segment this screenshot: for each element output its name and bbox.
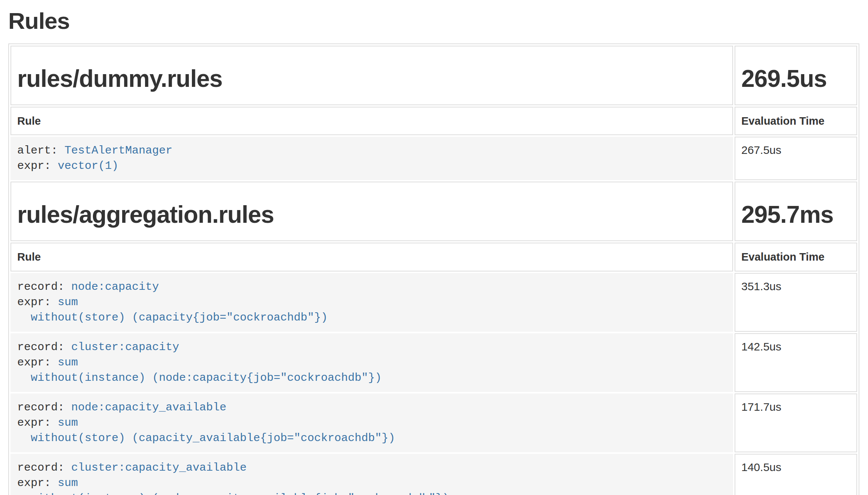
rule-eval-time-cell: 351.3us — [735, 273, 857, 332]
rule-eval-time-cell: 142.5us — [735, 333, 857, 392]
rule-code-cell: record: cluster:capacity_availableexpr: … — [10, 454, 733, 495]
rule-group-header-row: rules/aggregation.rules295.7ms — [10, 182, 857, 241]
rule-column-header: Rule — [10, 243, 733, 271]
rule-expression-link[interactable]: without(instance) (node:capacity_availab… — [17, 492, 449, 495]
rule-eval-time: 140.5us — [741, 461, 781, 473]
eval-time-column-header: Evaluation Time — [735, 243, 857, 271]
rule-code-line: alert: TestAlertManager — [17, 143, 726, 158]
rule-eval-time-cell: 267.5us — [735, 137, 857, 180]
rule-expression-link[interactable]: cluster:capacity — [71, 341, 179, 353]
rule-code-line: without(store) (capacity{job="cockroachd… — [17, 310, 726, 325]
rule-code-line: without(instance) (node:capacity_availab… — [17, 491, 726, 495]
rule-expression-link[interactable]: TestAlertManager — [64, 144, 172, 157]
rule-group-total-eval-time-cell: 295.7ms — [735, 182, 857, 241]
rule-keyword-label: expr: — [17, 160, 58, 172]
rule-keyword-label: expr: — [17, 356, 58, 369]
rule-expression-link[interactable]: without(store) (capacity_available{job="… — [17, 432, 395, 444]
rule-code-line: expr: sum — [17, 415, 726, 431]
rules-table-body: rules/dummy.rules269.5usRuleEvaluation T… — [10, 46, 857, 495]
rule-keyword-label: alert: — [17, 144, 64, 157]
rule-expression-link[interactable]: cluster:capacity_available — [71, 461, 247, 474]
rule-group-header-row: rules/dummy.rules269.5us — [10, 46, 857, 105]
rule-column-header: Rule — [10, 107, 733, 135]
rules-page: Rules rules/dummy.rules269.5usRuleEvalua… — [0, 8, 868, 495]
rule-code-cell: record: node:capacityexpr: sum without(s… — [10, 273, 733, 332]
rule-code-cell: record: node:capacity_availableexpr: sum… — [10, 394, 733, 452]
rule-keyword-label: expr: — [17, 477, 58, 489]
rule-expression-link[interactable]: without(store) (capacity{job="cockroachd… — [17, 311, 328, 324]
rule-group-file-cell: rules/aggregation.rules — [10, 182, 733, 241]
rule-code-cell: alert: TestAlertManagerexpr: vector(1) — [10, 137, 733, 180]
rule-code-line: record: node:capacity — [17, 279, 726, 295]
rules-table: rules/dummy.rules269.5usRuleEvaluation T… — [8, 43, 859, 495]
rule-expression-link[interactable]: sum — [58, 416, 78, 429]
rule-eval-time-cell: 140.5us — [735, 454, 857, 495]
rule-group-file: rules/dummy.rules — [17, 66, 726, 92]
rule-eval-time-cell: 171.7us — [735, 394, 857, 452]
rule-code-line: expr: vector(1) — [17, 158, 726, 174]
rule-eval-time: 351.3us — [741, 280, 781, 292]
rule-expression-link[interactable]: sum — [58, 296, 78, 309]
rule-eval-time: 142.5us — [741, 340, 781, 353]
rule-code-line: without(instance) (node:capacity{job="co… — [17, 370, 726, 386]
rule-row: alert: TestAlertManagerexpr: vector(1)26… — [10, 137, 857, 180]
column-header-row: RuleEvaluation Time — [10, 243, 857, 271]
rule-keyword-label: expr: — [17, 416, 58, 429]
rule-code-line: record: node:capacity_available — [17, 400, 726, 415]
rule-group-file: rules/aggregation.rules — [17, 202, 726, 228]
rule-code-cell: record: cluster:capacityexpr: sum withou… — [10, 333, 733, 392]
rule-row: record: node:capacityexpr: sum without(s… — [10, 273, 857, 332]
rule-eval-time: 171.7us — [741, 401, 781, 413]
rule-keyword-label: record: — [17, 461, 71, 474]
rule-group-total-eval-time: 295.7ms — [741, 202, 850, 228]
rule-row: record: cluster:capacity_availableexpr: … — [10, 454, 857, 495]
rule-expression-link[interactable]: sum — [58, 356, 78, 369]
rule-expression-link[interactable]: sum — [58, 477, 78, 489]
page-title: Rules — [8, 8, 859, 34]
rule-code-line: without(store) (capacity_available{job="… — [17, 431, 726, 446]
rule-keyword-label: record: — [17, 341, 71, 353]
rule-code-line: record: cluster:capacity — [17, 340, 726, 355]
rule-group-file-cell: rules/dummy.rules — [10, 46, 733, 105]
rule-expression-link[interactable]: node:capacity — [71, 280, 159, 293]
rule-keyword-label: record: — [17, 401, 71, 414]
rule-group-total-eval-time: 269.5us — [741, 66, 850, 92]
rule-code-line: expr: sum — [17, 476, 726, 491]
rule-eval-time: 267.5us — [741, 144, 781, 156]
rule-row: record: cluster:capacityexpr: sum withou… — [10, 333, 857, 392]
rule-expression-link[interactable]: vector(1) — [58, 160, 118, 172]
rule-code-line: expr: sum — [17, 355, 726, 370]
rule-code-line: record: cluster:capacity_available — [17, 460, 726, 476]
rule-group-total-eval-time-cell: 269.5us — [735, 46, 857, 105]
eval-time-column-header: Evaluation Time — [735, 107, 857, 135]
column-header-row: RuleEvaluation Time — [10, 107, 857, 135]
rule-expression-link[interactable]: without(instance) (node:capacity{job="co… — [17, 371, 382, 384]
rule-row: record: node:capacity_availableexpr: sum… — [10, 394, 857, 452]
rule-expression-link[interactable]: node:capacity_available — [71, 401, 226, 414]
rule-keyword-label: expr: — [17, 296, 58, 309]
rule-keyword-label: record: — [17, 280, 71, 293]
rule-code-line: expr: sum — [17, 295, 726, 310]
